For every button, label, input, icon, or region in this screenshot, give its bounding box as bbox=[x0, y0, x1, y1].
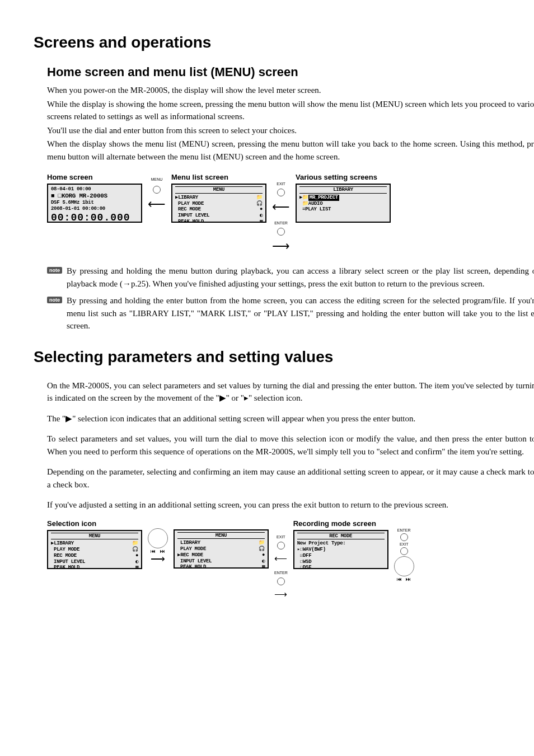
recmode-item: WSD bbox=[303, 559, 311, 565]
exit-button-label: EXIT bbox=[400, 542, 409, 546]
home-screen-lcd: 08-04-01 00:00 ■ □KORG MR-2000S DSF 5.6M… bbox=[47, 184, 142, 223]
enter-button-label: ENTER bbox=[274, 571, 288, 575]
heading-selecting-params: Selecting parameters and setting values bbox=[34, 348, 534, 366]
menu-item: PEAK HOLD bbox=[54, 565, 79, 569]
exit-button-label: EXIT bbox=[277, 182, 285, 186]
exit-button-label: EXIT bbox=[277, 535, 285, 539]
library-item: MR_PROJECT bbox=[308, 195, 339, 201]
library-lcd-title: LIBRARY bbox=[299, 186, 387, 194]
menu-item: INPUT LEVEL bbox=[54, 559, 85, 565]
section2-p5: If you've adjusted a setting in an addit… bbox=[47, 499, 534, 511]
menu-item: LIBRARY bbox=[54, 541, 74, 546]
dial-icon bbox=[394, 556, 414, 576]
arrow-left-icon: ⟵ bbox=[272, 201, 290, 213]
section2-p4: Depending on the parameter, selecting an… bbox=[47, 466, 534, 491]
menu-item: PEAK HOLD bbox=[178, 219, 204, 223]
library-lcd: LIBRARY ▶📁MR_PROJECT 📁AUDIO ≡PLAY LIST bbox=[296, 184, 391, 223]
lcd-title: KORG MR-2000S bbox=[62, 192, 107, 199]
recmode-item: WAV(BWF) bbox=[303, 547, 326, 552]
menu-item: PLAY MODE bbox=[178, 201, 204, 206]
recmode-lcd: REC MODE New Project Type: ▸☐WAV(BWF) ☑D… bbox=[293, 530, 388, 569]
section1-p4: When the display shows the menu list (ME… bbox=[47, 138, 534, 163]
selection-icon-label: Selection icon bbox=[47, 519, 96, 528]
menu-item: LIBRARY bbox=[178, 195, 198, 200]
menu-item: REC MODE bbox=[180, 552, 203, 558]
arrow-left-icon: ⟵ bbox=[148, 198, 166, 210]
enter-button-icon bbox=[277, 228, 285, 236]
menu-item: PEAK HOLD bbox=[180, 564, 206, 568]
section2-p2: The "▶" selection icon indicates that an… bbox=[47, 412, 534, 425]
recmode-item: DFF bbox=[303, 553, 311, 558]
exit-button-icon bbox=[400, 547, 408, 555]
note-badge-icon: note bbox=[47, 297, 62, 303]
lcd-top: 08-04-01 00:00 bbox=[51, 186, 138, 192]
lcd-line2: 2008-01-01 00:00:00 bbox=[51, 206, 138, 212]
various-settings-label: Various setting screens bbox=[296, 173, 377, 181]
recmode-line1: New Project Type: bbox=[297, 541, 385, 547]
recmode-label: Recording mode screen bbox=[293, 519, 376, 528]
recmode-lcd-title: REC MODE bbox=[297, 533, 385, 540]
menu-item: INPUT LEVEL bbox=[178, 213, 209, 218]
enter-button-label: ENTER bbox=[274, 221, 288, 225]
heading-home-menu: Home screen and menu list (MENU) screen bbox=[47, 65, 534, 79]
menu-button-label: MENU bbox=[151, 177, 163, 181]
recmode-item: DSF bbox=[303, 565, 311, 569]
lcd-line1: DSF 5.6MHz 1bit bbox=[51, 200, 138, 206]
section1-p2: While the display is showing the home sc… bbox=[47, 98, 534, 123]
section2-p1: On the MR-2000S, you can select paramete… bbox=[47, 379, 534, 405]
arrow-left-icon: ⟵ bbox=[274, 554, 287, 563]
library-item: AUDIO bbox=[308, 201, 323, 206]
menu-lcd-title: MENU bbox=[51, 533, 138, 540]
exit-button-icon bbox=[277, 542, 285, 550]
menu-lcd-title: MENU bbox=[177, 532, 265, 539]
enter-button-icon bbox=[277, 577, 285, 585]
exit-button-icon bbox=[277, 189, 285, 196]
menu-item: PLAY MODE bbox=[180, 546, 206, 552]
note-1-text: By pressing and holding the menu button … bbox=[67, 265, 534, 290]
diagram-home-menu: Home screen 08-04-01 00:00 ■ □KORG MR-20… bbox=[47, 173, 534, 252]
enter-button-label: ENTER bbox=[397, 528, 411, 532]
home-screen-label: Home screen bbox=[47, 173, 93, 181]
dial-icon bbox=[148, 528, 168, 548]
menu-list-label: Menu list screen bbox=[171, 173, 228, 181]
menu-item: INPUT LEVEL bbox=[180, 558, 212, 564]
menu-item: REC MODE bbox=[178, 206, 201, 212]
note-1: note By pressing and holding the menu bu… bbox=[47, 265, 534, 290]
menu-item: REC MODE bbox=[54, 553, 77, 558]
heading-screens-ops: Screens and operations bbox=[34, 34, 534, 51]
menu-button-icon bbox=[153, 186, 161, 194]
lcd-time: 00:00:00.000 bbox=[51, 212, 138, 223]
library-item: PLAY LIST bbox=[305, 206, 331, 212]
arrow-right-icon: ⟶ bbox=[272, 240, 290, 252]
menu-item: PLAY MODE bbox=[54, 547, 79, 552]
note-badge-icon: note bbox=[47, 267, 62, 274]
arrow-right-icon: ⟶ bbox=[151, 554, 165, 564]
diagram-selection-icon: Selection icon MENU ▶LIBRARY📁 PLAY MODE🎧… bbox=[47, 519, 534, 599]
menu-list-lcd: MENU ▶LIBRARY📁 PLAY MODE🎧 REC MODE● INPU… bbox=[171, 184, 266, 223]
section1-p1: When you power-on the MR-2000S, the disp… bbox=[47, 84, 534, 97]
menu-lcd-b: MENU LIBRARY📁 PLAY MODE🎧 ▶REC MODE● INPU… bbox=[174, 529, 269, 569]
note-2: note By pressing and holding the enter b… bbox=[47, 294, 534, 332]
enter-button-icon bbox=[400, 533, 408, 541]
note-2-text: By pressing and holding the enter button… bbox=[67, 294, 534, 332]
section2-p3: To select parameters and set values, you… bbox=[47, 433, 534, 458]
arrow-right-icon: ⟶ bbox=[274, 590, 287, 599]
menu-lcd-title: MENU bbox=[175, 186, 263, 194]
section1-p3: You'll use the dial and enter button fro… bbox=[47, 124, 534, 137]
menu-lcd-a: MENU ▶LIBRARY📁 PLAY MODE🎧 REC MODE● INPU… bbox=[47, 530, 142, 569]
menu-item: LIBRARY bbox=[180, 540, 200, 546]
